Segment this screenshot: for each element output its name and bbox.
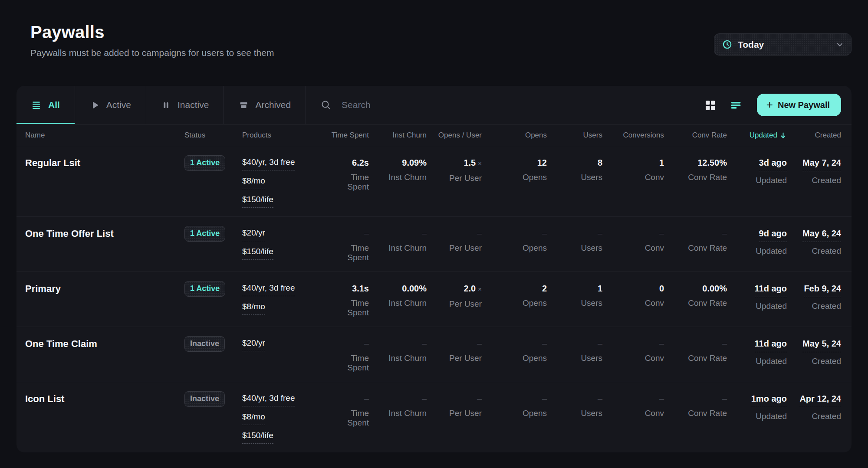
tab-active[interactable]: Active (75, 86, 146, 124)
metric-label: Per User (427, 299, 482, 309)
list-icon (31, 100, 42, 110)
pause-icon (161, 100, 171, 110)
table-row[interactable]: One Time ClaimInactive$20/yr–Time Spent–… (16, 327, 852, 382)
metric-label: Opens (482, 298, 547, 308)
metric-value: 0.00% (369, 283, 427, 294)
search-input[interactable] (342, 100, 702, 110)
metric-label: Inst Churn (369, 353, 427, 363)
product-price[interactable]: $150/life (242, 430, 330, 444)
column-header-users[interactable]: Users (547, 131, 602, 140)
product-price[interactable]: $8/mo (242, 301, 330, 315)
tab-archived[interactable]: Archived (224, 86, 306, 124)
created-value[interactable]: May 5, 24 (802, 338, 841, 352)
paywalls-card: AllActiveInactiveArchived + New Paywall (16, 86, 852, 452)
status-badge: Inactive (184, 336, 225, 352)
period-selector[interactable]: Today (714, 33, 852, 56)
metric-cell: 0Conv (602, 283, 664, 308)
product-price[interactable]: $8/mo (242, 412, 330, 425)
updated-cell: 9d agoUpdated (727, 228, 787, 256)
metric-cell: –Users (547, 338, 602, 363)
paywall-name[interactable]: Regular Lsit (25, 157, 184, 169)
clock-icon (722, 39, 732, 49)
column-header-conversions[interactable]: Conversions (602, 131, 664, 140)
metric-cell: –Time Spent (330, 228, 369, 262)
table-row[interactable]: Regular Lsit1 Active$40/yr, 3d free$8/mo… (16, 146, 852, 216)
table-row[interactable]: Icon ListInactive$40/yr, 3d free$8/mo$15… (16, 382, 852, 452)
metric-value: – (427, 228, 482, 239)
table-row[interactable]: Primary1 Active$40/yr, 3d free$8/mo3.1sT… (16, 272, 852, 327)
status-cell: 1 Active (184, 228, 242, 242)
metric-value: – (602, 338, 664, 349)
column-header-created[interactable]: Created (787, 131, 841, 140)
updated-value[interactable]: 3d ago (759, 157, 787, 171)
status-cell: 1 Active (184, 283, 242, 297)
column-header-conv-rate[interactable]: Conv Rate (664, 131, 727, 140)
metric-cell: 0.00%Inst Churn (369, 283, 427, 308)
created-value[interactable]: May 6, 24 (802, 228, 841, 242)
metric-cell: –Time Spent (330, 393, 369, 428)
metric-value: – (330, 393, 369, 404)
play-icon (90, 100, 100, 110)
column-header-time-spent[interactable]: Time Spent (330, 131, 369, 140)
product-price[interactable]: $20/yr (242, 228, 330, 241)
paywall-name[interactable]: Icon List (25, 393, 184, 405)
metric-cell: 12Opens (482, 157, 547, 182)
column-header-updated[interactable]: Updated (727, 131, 787, 140)
rows-view-button[interactable] (728, 97, 744, 113)
product-price[interactable]: $40/yr, 3d free (242, 283, 330, 296)
updated-cell: 11d agoUpdated (727, 338, 787, 366)
created-value[interactable]: May 7, 24 (802, 157, 841, 171)
product-price[interactable]: $150/life (242, 194, 330, 208)
table-row[interactable]: One Time Offer List1 Active$20/yr$150/li… (16, 216, 852, 272)
product-price[interactable]: $20/yr (242, 338, 330, 351)
new-paywall-button[interactable]: + New Paywall (757, 94, 841, 116)
column-header-opens[interactable]: Opens (482, 131, 547, 140)
metric-cell: 6.2sTime Spent (330, 157, 369, 192)
metric-cell: 2.0×Per User (427, 283, 482, 309)
metric-label: Inst Churn (369, 243, 427, 253)
updated-value[interactable]: 11d ago (755, 338, 787, 352)
product-price[interactable]: $150/life (242, 246, 330, 260)
column-header-opens-per-user[interactable]: Opens / User (427, 131, 482, 140)
column-header-name[interactable]: Name (25, 131, 184, 140)
metric-value: – (602, 228, 664, 239)
metric-cell: –Conv Rate (664, 338, 727, 363)
metric-value: 2 (482, 283, 547, 294)
product-price[interactable]: $40/yr, 3d free (242, 393, 330, 406)
tab-inactive[interactable]: Inactive (146, 86, 224, 124)
created-value[interactable]: Feb 9, 24 (804, 283, 841, 297)
search-box[interactable] (306, 86, 702, 124)
updated-value[interactable]: 11d ago (755, 283, 787, 297)
product-price[interactable]: $8/mo (242, 176, 330, 189)
grid-view-button[interactable] (702, 97, 718, 113)
created-value[interactable]: Apr 12, 24 (799, 393, 841, 407)
metric-cell: –Users (547, 228, 602, 253)
updated-value[interactable]: 1mo ago (751, 393, 787, 407)
created-cell: May 7, 24Created (787, 157, 841, 185)
status-cell: Inactive (184, 338, 242, 352)
metric-cell: 8Users (547, 157, 602, 182)
metric-label: Conv Rate (664, 173, 727, 182)
metric-cell: –Conv Rate (664, 393, 727, 418)
metric-value: – (547, 338, 602, 349)
metric-label: Time Spent (330, 243, 369, 262)
tab-label: All (48, 100, 60, 110)
paywall-name[interactable]: Primary (25, 283, 184, 295)
updated-value[interactable]: 9d ago (759, 228, 787, 242)
metric-cell: –Time Spent (330, 338, 369, 373)
products-list: $40/yr, 3d free$8/mo$150/life (242, 393, 330, 444)
column-header-products[interactable]: Products (242, 131, 330, 140)
multiplier-suffix: × (478, 285, 482, 293)
status-badge: 1 Active (184, 226, 225, 242)
product-price[interactable]: $40/yr, 3d free (242, 157, 330, 170)
chevron-down-icon (835, 40, 844, 49)
paywall-name[interactable]: One Time Offer List (25, 228, 184, 240)
created-label: Created (787, 301, 841, 311)
metric-value: – (369, 393, 427, 404)
paywall-name[interactable]: One Time Claim (25, 338, 184, 350)
updated-cell: 1mo agoUpdated (727, 393, 787, 421)
tab-all[interactable]: All (16, 86, 75, 124)
column-header-status[interactable]: Status (184, 131, 242, 140)
metric-value: – (330, 228, 369, 239)
column-header-inst-churn[interactable]: Inst Churn (369, 131, 427, 140)
